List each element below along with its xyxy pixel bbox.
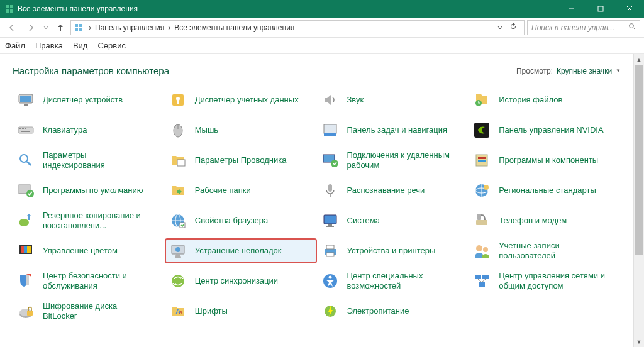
control-panel-item[interactable]: Центр управления сетями и общим доступом <box>469 268 621 294</box>
svg-rect-10 <box>75 28 78 31</box>
address-bar[interactable]: › Панель управления › Все элементы панел… <box>70 20 525 35</box>
control-panel-item[interactable]: Диспетчер устройств <box>13 87 165 113</box>
control-panel-item[interactable]: Свойства браузера <box>165 208 317 233</box>
svg-rect-15 <box>20 96 31 102</box>
item-label: Центр безопасности и обслуживания <box>43 271 150 290</box>
control-panel-item[interactable]: Панель задач и навигация <box>317 118 469 143</box>
breadcrumb-seg2[interactable]: Все элементы панели управления <box>173 23 296 32</box>
svg-point-46 <box>484 185 489 190</box>
back-button[interactable] <box>4 19 20 36</box>
fonts-icon: Aa <box>167 300 189 322</box>
svg-line-75 <box>478 279 482 282</box>
control-panel-item[interactable]: Резервное копирование и восстановлени... <box>13 208 165 233</box>
scroll-thumb[interactable] <box>635 65 643 255</box>
sync-center-icon <box>167 270 189 292</box>
svg-rect-68 <box>26 274 29 285</box>
control-panel-item[interactable]: Звук <box>317 87 469 113</box>
control-panel-item[interactable]: Рабочие папки <box>165 178 317 203</box>
close-button[interactable] <box>615 0 644 18</box>
menu-tools[interactable]: Сервис <box>97 41 126 50</box>
svg-rect-55 <box>476 220 487 225</box>
scroll-up-icon[interactable]: ▲ <box>634 54 644 65</box>
up-button[interactable] <box>53 19 68 36</box>
forward-button[interactable] <box>23 19 39 36</box>
recent-dropdown[interactable] <box>42 19 50 36</box>
scroll-track[interactable] <box>634 65 644 336</box>
menu-view[interactable]: Вид <box>73 41 88 50</box>
control-panel-item[interactable]: История файлов <box>469 87 621 113</box>
svg-text:a: a <box>179 309 182 316</box>
svg-rect-22 <box>19 128 21 129</box>
control-panel-item[interactable]: Центр специальных возможностей <box>317 268 469 294</box>
menu-edit[interactable]: Правка <box>35 41 63 50</box>
control-panel-item[interactable]: Панель управления NVIDIA <box>469 118 621 143</box>
control-panel-item[interactable]: Учетные записи пользователей <box>469 238 621 263</box>
svg-point-47 <box>19 219 29 226</box>
control-panel-item[interactable]: Параметры Проводника <box>165 148 317 173</box>
control-panel-item[interactable]: Система <box>317 208 469 233</box>
address-dropdown[interactable] <box>495 23 505 32</box>
programs-icon <box>471 150 492 171</box>
scroll-down-icon[interactable]: ▼ <box>634 336 644 347</box>
item-label: Звук <box>347 95 364 105</box>
svg-rect-65 <box>326 253 334 256</box>
control-panel-item[interactable]: Шифрование диска BitLocker <box>13 299 165 324</box>
svg-line-76 <box>482 279 486 282</box>
nvidia-icon <box>471 119 492 141</box>
view-value: Крупные значки <box>557 67 612 75</box>
svg-rect-72 <box>475 275 481 279</box>
control-panel-item[interactable]: Региональные стандарты <box>469 178 621 203</box>
chevron-right-icon[interactable]: › <box>165 23 173 32</box>
svg-rect-9 <box>79 24 82 27</box>
security-maintenance-icon <box>15 270 36 292</box>
window-title: Все элементы панели управления <box>18 4 557 13</box>
explorer-options-icon <box>167 150 189 171</box>
chevron-right-icon[interactable]: › <box>86 23 94 32</box>
region-icon <box>471 180 492 201</box>
work-folders-icon <box>167 180 189 201</box>
control-panel-item[interactable]: Подключения к удаленным рабочим <box>317 148 469 173</box>
svg-rect-1 <box>10 5 13 8</box>
item-label: Центр синхронизации <box>195 276 278 286</box>
refresh-button[interactable] <box>505 22 521 33</box>
vertical-scrollbar[interactable]: ▲ ▼ <box>633 54 644 347</box>
maximize-button[interactable] <box>586 0 615 18</box>
internet-options-icon <box>167 210 189 231</box>
control-panel-item[interactable]: Электропитание <box>317 299 469 324</box>
control-panel-item[interactable]: Управление цветом <box>13 238 165 263</box>
breadcrumb-seg1[interactable]: Панель управления <box>94 23 165 32</box>
network-sharing-icon <box>471 270 492 292</box>
control-panel-item[interactable]: Программы и компоненты <box>469 148 621 173</box>
ease-of-access-icon <box>319 270 341 292</box>
svg-rect-38 <box>478 160 486 162</box>
control-panel-item[interactable]: Программы по умолчанию <box>13 178 165 203</box>
svg-rect-3 <box>10 9 13 13</box>
control-panel-item[interactable]: Устройства и принтеры <box>317 238 469 263</box>
control-panel-item[interactable]: Центр синхронизации <box>165 268 317 294</box>
control-panel-item[interactable]: Устранение неполадок <box>165 238 317 263</box>
control-panel-item[interactable]: Мышь <box>165 118 317 143</box>
item-label: Свойства браузера <box>195 216 268 226</box>
view-selector[interactable]: Просмотр: Крупные значки ▼ <box>516 67 621 75</box>
power-options-icon <box>319 300 341 322</box>
control-panel-item[interactable]: Диспетчер учетных данных <box>165 87 317 113</box>
menu-file[interactable]: Файл <box>5 41 25 50</box>
search-input[interactable]: Поиск в панели управ... <box>527 20 640 35</box>
svg-rect-59 <box>24 246 27 253</box>
control-panel-item[interactable]: Параметры индексирования <box>13 148 165 173</box>
control-panel-item[interactable]: Клавиатура <box>13 118 165 143</box>
control-panel-item[interactable]: Центр безопасности и обслуживания <box>13 268 165 294</box>
control-panel-item[interactable]: Aa Шрифты <box>165 299 317 324</box>
svg-rect-37 <box>478 157 486 159</box>
svg-rect-5 <box>598 6 603 11</box>
default-programs-icon <box>15 180 36 201</box>
item-label: Центр специальных возможностей <box>347 271 454 290</box>
control-panel-addr-icon <box>74 23 84 33</box>
svg-rect-53 <box>328 224 332 226</box>
control-panel-item[interactable]: Телефон и модем <box>469 208 621 233</box>
svg-rect-79 <box>27 311 33 316</box>
control-panel-item[interactable]: Распознавание речи <box>317 178 469 203</box>
svg-rect-56 <box>477 214 481 220</box>
svg-rect-74 <box>479 282 485 287</box>
minimize-button[interactable] <box>557 0 586 18</box>
